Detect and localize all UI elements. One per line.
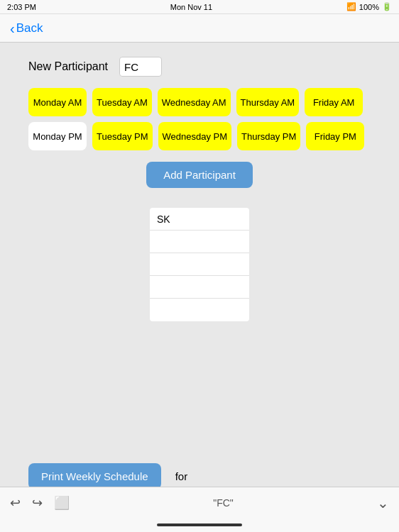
battery-label: 100%: [359, 3, 379, 11]
add-participant-button[interactable]: Add Participant: [146, 162, 253, 188]
status-right: 📶 100% 🔋: [346, 2, 392, 11]
list-item[interactable]: [150, 276, 249, 299]
bottom-toolbar: ↩ ↪ ⬜ "FC" ⌄: [0, 487, 399, 518]
wifi-icon: 📶: [346, 2, 356, 11]
friday-am-button[interactable]: Friday AM: [305, 88, 363, 116]
redo-icon[interactable]: ↪: [32, 495, 43, 511]
status-time: 2:03 PM: [7, 3, 36, 11]
for-label: for: [175, 470, 188, 482]
am-row: Monday AM Tuesday AM Wednesday AM Thursd…: [28, 88, 371, 116]
pm-row: Monday PM Tuesday PM Wednesday PM Thursd…: [28, 122, 371, 150]
list-item[interactable]: [150, 231, 249, 253]
toolbar-left: ↩ ↪ ⬜: [10, 495, 70, 511]
participant-list-box: SK: [150, 208, 249, 321]
friday-pm-button[interactable]: Friday PM: [306, 122, 364, 150]
tuesday-am-button[interactable]: Tuesday AM: [92, 88, 152, 116]
back-button[interactable]: ‹ Back: [10, 21, 43, 35]
status-bar: 2:03 PM Mon Nov 11 📶 100% 🔋: [0, 0, 399, 14]
bottom-bar: [0, 518, 399, 532]
status-day-date: Mon Nov 11: [170, 3, 212, 11]
copy-icon[interactable]: ⬜: [54, 495, 70, 511]
wednesday-pm-button[interactable]: Wednesday PM: [158, 122, 232, 150]
new-participant-label: New Participant: [28, 60, 108, 73]
monday-am-button[interactable]: Monday AM: [28, 88, 87, 116]
nav-bar: ‹ Back: [0, 14, 399, 43]
back-label: Back: [16, 21, 43, 35]
undo-icon[interactable]: ↩: [10, 495, 21, 511]
tuesday-pm-button[interactable]: Tuesday PM: [92, 122, 153, 150]
monday-pm-button[interactable]: Monday PM: [28, 122, 87, 150]
add-button-row: Add Participant: [28, 162, 371, 188]
thursday-am-button[interactable]: Thursday AM: [236, 88, 300, 116]
participant-name: SK: [157, 214, 170, 225]
day-grid: Monday AM Tuesday AM Wednesday AM Thursd…: [28, 88, 371, 150]
participant-input[interactable]: [119, 57, 162, 77]
list-item[interactable]: [150, 253, 249, 276]
toolbar-center-label: "FC": [213, 497, 234, 509]
print-weekly-schedule-button[interactable]: Print Weekly Schedule: [28, 463, 161, 487]
print-row: Print Weekly Schedule for: [28, 463, 371, 487]
toolbar-chevron-down-icon[interactable]: ⌄: [377, 494, 389, 511]
list-item[interactable]: [150, 299, 249, 321]
battery-icon: 🔋: [382, 2, 392, 11]
new-participant-row: New Participant: [28, 57, 371, 77]
thursday-pm-button[interactable]: Thursday PM: [237, 122, 300, 150]
chevron-left-icon: ‹: [10, 21, 15, 35]
list-item[interactable]: SK: [150, 208, 249, 231]
home-indicator: [157, 523, 242, 526]
wednesday-am-button[interactable]: Wednesday AM: [158, 88, 231, 116]
main-content: New Participant Monday AM Tuesday AM Wed…: [0, 43, 399, 487]
